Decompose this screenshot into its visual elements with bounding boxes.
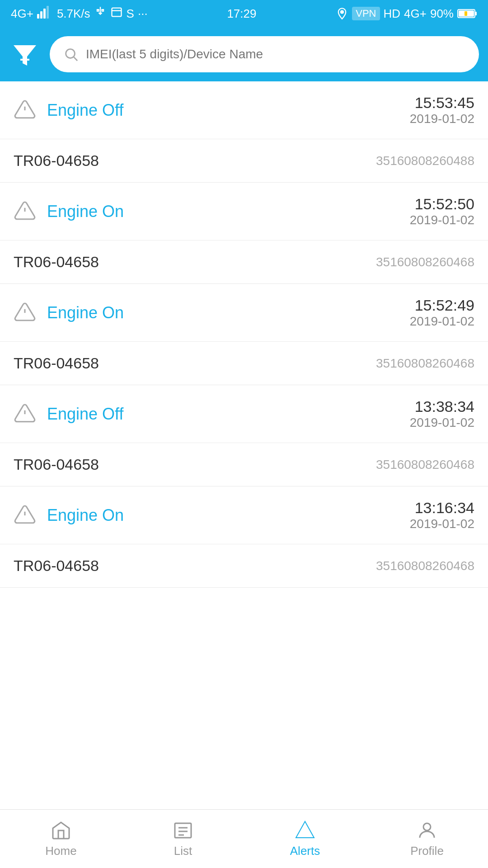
- svg-rect-4: [112, 8, 121, 16]
- alert-time-value: 13:38:34: [410, 398, 474, 415]
- status-usb: [94, 6, 107, 22]
- status-hd: HD: [384, 7, 401, 21]
- alert-type-label: Engine On: [47, 303, 124, 322]
- alert-item[interactable]: Engine On 13:16:34 2019-01-02 TR06-04658…: [0, 486, 488, 588]
- svg-point-32: [423, 823, 431, 830]
- alerts-icon: [294, 820, 316, 841]
- alert-time: 13:38:34 2019-01-02: [410, 398, 474, 430]
- header: [0, 27, 488, 81]
- filter-button[interactable]: [9, 38, 41, 70]
- nav-home-label: Home: [45, 844, 76, 858]
- alert-time-value: 13:16:34: [410, 499, 474, 517]
- device-row: TR06-04658 35160808260468: [0, 544, 488, 587]
- alert-row: Engine On 15:52:49 2019-01-02: [0, 284, 488, 342]
- alert-item[interactable]: Engine On 15:52:49 2019-01-02 TR06-04658…: [0, 284, 488, 385]
- battery-icon: [457, 8, 477, 19]
- status-battery-pct: 90%: [430, 7, 454, 21]
- device-row: TR06-04658 35160808260488: [0, 139, 488, 182]
- alert-warning-icon: [14, 301, 36, 325]
- alert-warning-icon: [14, 402, 36, 426]
- alert-time: 13:16:34 2019-01-02: [410, 499, 474, 531]
- device-imei: 35160808260468: [376, 458, 474, 472]
- status-speed: 5.7K/s: [57, 7, 90, 21]
- nav-item-home[interactable]: Home: [0, 820, 122, 858]
- alert-time: 15:53:45 2019-01-02: [410, 94, 474, 126]
- status-signal: [37, 6, 53, 22]
- svg-rect-0: [37, 14, 39, 19]
- alert-left: Engine On: [14, 199, 124, 224]
- svg-rect-8: [475, 12, 477, 15]
- nav-list-label: List: [174, 844, 192, 858]
- status-s: S: [127, 7, 134, 21]
- alert-date-value: 2019-01-02: [410, 213, 474, 227]
- bottom-nav: Home List Alerts Profile: [0, 809, 488, 868]
- alert-date-value: 2019-01-02: [410, 112, 474, 126]
- svg-point-6: [341, 11, 343, 14]
- alert-list: Engine Off 15:53:45 2019-01-02 TR06-0465…: [0, 81, 488, 809]
- nav-item-list[interactable]: List: [122, 820, 244, 858]
- svg-point-31: [304, 834, 306, 836]
- alert-left: Engine On: [14, 301, 124, 325]
- device-row: TR06-04658 35160808260468: [0, 443, 488, 486]
- device-imei: 35160808260468: [376, 559, 474, 573]
- nav-profile-label: Profile: [410, 844, 444, 858]
- alert-left: Engine Off: [14, 402, 123, 426]
- alert-left: Engine On: [14, 503, 124, 528]
- location-icon: [336, 7, 348, 20]
- alert-type-label: Engine Off: [47, 405, 123, 424]
- alert-warning-icon: [14, 503, 36, 528]
- nav-alerts-label: Alerts: [290, 844, 320, 858]
- device-name: TR06-04658: [14, 557, 99, 575]
- device-row: TR06-04658 35160808260468: [0, 342, 488, 385]
- status-right: VPN HD 4G+ 90%: [336, 7, 477, 21]
- nav-item-alerts[interactable]: Alerts: [244, 820, 366, 858]
- alert-row: Engine On 13:16:34 2019-01-02: [0, 486, 488, 544]
- alert-time: 15:52:49 2019-01-02: [410, 297, 474, 329]
- status-dots: ···: [138, 7, 148, 21]
- alert-row: Engine Off 15:53:45 2019-01-02: [0, 81, 488, 139]
- device-name: TR06-04658: [14, 253, 99, 271]
- alert-item[interactable]: Engine Off 13:38:34 2019-01-02 TR06-0465…: [0, 385, 488, 486]
- alert-type-label: Engine On: [47, 202, 124, 221]
- list-icon: [172, 820, 194, 841]
- alert-item[interactable]: Engine Off 15:53:45 2019-01-02 TR06-0465…: [0, 81, 488, 183]
- device-imei: 35160808260488: [376, 154, 474, 168]
- device-imei: 35160808260468: [376, 255, 474, 269]
- alert-warning-icon: [14, 98, 36, 123]
- alert-item[interactable]: Engine On 15:52:50 2019-01-02 TR06-04658…: [0, 183, 488, 284]
- svg-point-13: [66, 49, 75, 58]
- svg-rect-2: [43, 9, 46, 19]
- alert-time-value: 15:53:45: [410, 94, 474, 112]
- svg-rect-1: [40, 11, 42, 19]
- device-imei: 35160808260468: [376, 356, 474, 371]
- alert-warning-icon: [14, 199, 36, 224]
- alert-type-label: Engine Off: [47, 101, 123, 120]
- status-left: 4G+ 5.7K/s S ···: [11, 6, 148, 22]
- alert-date-value: 2019-01-02: [410, 314, 474, 329]
- search-icon: [63, 46, 79, 62]
- svg-rect-3: [47, 6, 49, 19]
- alert-date-value: 2019-01-02: [410, 415, 474, 430]
- status-card: [110, 6, 123, 22]
- svg-line-14: [74, 57, 77, 61]
- device-name: TR06-04658: [14, 456, 99, 473]
- alert-row: Engine Off 13:38:34 2019-01-02: [0, 385, 488, 443]
- alert-time-value: 15:52:49: [410, 297, 474, 314]
- svg-marker-11: [14, 45, 36, 66]
- search-input[interactable]: [86, 47, 465, 61]
- search-bar[interactable]: [50, 36, 479, 72]
- alert-row: Engine On 15:52:50 2019-01-02: [0, 183, 488, 241]
- alert-date-value: 2019-01-02: [410, 517, 474, 531]
- nav-item-profile[interactable]: Profile: [366, 820, 488, 858]
- status-time: 17:29: [227, 7, 256, 21]
- alert-left: Engine Off: [14, 98, 123, 123]
- alert-type-label: Engine On: [47, 506, 124, 525]
- device-name: TR06-04658: [14, 152, 99, 170]
- status-bar: 4G+ 5.7K/s S ··· 17:29: [0, 0, 488, 27]
- profile-icon: [416, 820, 438, 841]
- svg-rect-10: [465, 11, 467, 16]
- home-icon: [50, 820, 72, 841]
- status-network: 4G+: [11, 7, 33, 21]
- alert-time: 15:52:50 2019-01-02: [410, 195, 474, 227]
- status-4g: 4G+: [404, 7, 427, 21]
